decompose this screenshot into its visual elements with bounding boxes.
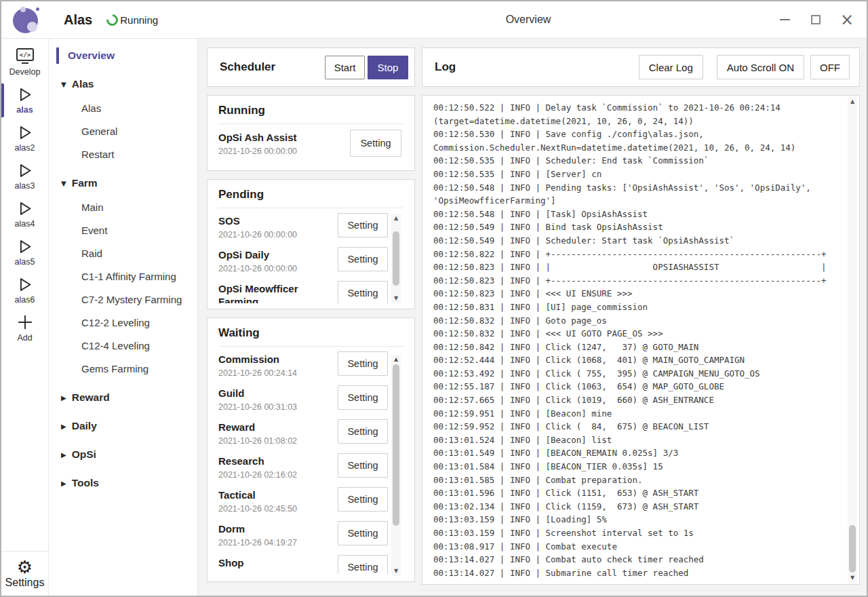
setting-button[interactable]: Setting bbox=[338, 247, 388, 271]
nav-item[interactable]: General bbox=[49, 120, 197, 143]
instance-rail: </> Develop alas bbox=[1, 39, 49, 596]
scroll-thumb[interactable] bbox=[393, 231, 399, 286]
log-line: 00:12:50.831 | INFO | [UI] page_commissi… bbox=[433, 301, 843, 314]
close-icon[interactable]: × bbox=[841, 14, 853, 26]
scheduler-column: Scheduler Start Stop Running OpSi Ash As… bbox=[198, 39, 422, 596]
rail-item-settings[interactable]: ⚙ Settings bbox=[1, 551, 48, 596]
play-triangle-icon bbox=[15, 161, 35, 180]
scroll-up-icon[interactable]: ▲ bbox=[391, 214, 401, 223]
nav-item-overview[interactable]: Overview bbox=[49, 44, 197, 67]
setting-button[interactable]: Setting bbox=[338, 453, 388, 478]
setting-button[interactable]: Setting bbox=[338, 351, 388, 376]
rail-item-instance[interactable]: alas5 bbox=[1, 234, 48, 271]
setting-button[interactable]: Setting bbox=[338, 213, 388, 237]
rail-item-instance[interactable]: alas2 bbox=[1, 120, 48, 157]
nav-item-label: Restart bbox=[81, 149, 114, 160]
scheduler-card: Scheduler Start Stop bbox=[207, 47, 415, 87]
autoscroll-off-button[interactable]: OFF bbox=[810, 55, 850, 79]
task-row: Shop Setting bbox=[218, 552, 403, 574]
stop-button[interactable]: Stop bbox=[368, 56, 408, 79]
nav-item-label: General bbox=[81, 126, 117, 137]
nav-item[interactable]: Gems Farming bbox=[49, 358, 197, 381]
log-line: 00:13:03.159 | INFO | Screenshot interva… bbox=[433, 526, 843, 540]
log-line: 00:12:53.492 | INFO | Click ( 755, 395) … bbox=[433, 367, 843, 381]
rail-item-develop[interactable]: </> Develop bbox=[1, 44, 48, 81]
pending-card: Pending SOS 2021-10-26 00:00:00 Setting bbox=[207, 179, 415, 309]
develop-monitor-icon: </> bbox=[15, 47, 35, 66]
task-name: Reward bbox=[218, 421, 332, 434]
rail-item-instance[interactable]: alas4 bbox=[1, 196, 48, 233]
setting-button[interactable]: Setting bbox=[338, 487, 388, 512]
nav-expand-arrow-icon: ▼ bbox=[61, 73, 66, 96]
nav-item[interactable]: C7-2 Mystery Farming bbox=[49, 288, 197, 311]
scheduler-title: Scheduler bbox=[220, 60, 325, 74]
setting-button[interactable]: Setting bbox=[350, 130, 401, 157]
rail-item-label: alas bbox=[16, 105, 33, 115]
start-button[interactable]: Start bbox=[325, 56, 365, 79]
running-card: Running OpSi Ash Assist 2021-10-26 00:00… bbox=[207, 95, 415, 171]
setting-button[interactable]: Setting bbox=[338, 385, 388, 410]
log-scrollbar[interactable]: ▲ ▼ bbox=[848, 97, 857, 583]
scroll-down-icon[interactable]: ▼ bbox=[391, 566, 401, 576]
running-spinner-icon bbox=[104, 12, 121, 28]
nav-item-label: C12-4 Leveling bbox=[81, 340, 150, 351]
minimize-icon[interactable] bbox=[778, 14, 791, 26]
nav-item[interactable]: Main bbox=[49, 196, 197, 219]
rail-item-instance[interactable]: alas3 bbox=[1, 158, 48, 195]
nav-item[interactable]: ▶OpSi bbox=[49, 443, 197, 466]
rail-item-instance[interactable]: alas bbox=[1, 82, 48, 119]
waiting-scrollbar[interactable]: ▲ ▼ bbox=[391, 355, 401, 576]
pending-scrollbar[interactable]: ▲ ▼ bbox=[391, 214, 401, 303]
nav-item-label: Main bbox=[81, 201, 104, 213]
setting-button[interactable]: Setting bbox=[338, 419, 388, 444]
nav-item[interactable]: ▶Reward bbox=[49, 386, 197, 409]
nav-item[interactable]: ▼Alas bbox=[49, 73, 197, 96]
setting-button[interactable]: Setting bbox=[338, 555, 388, 574]
setting-button[interactable]: Setting bbox=[338, 521, 388, 545]
log-line: 00:12:59.951 | INFO | [Beacon] mine bbox=[433, 407, 843, 421]
log-line: 00:12:57.665 | INFO | Click (1019, 660) … bbox=[433, 393, 843, 407]
svg-text:</>: </> bbox=[19, 52, 31, 58]
nav-item-list: ▼Alas Alas General Restart ▼ bbox=[49, 73, 197, 495]
task-name: OpSi Daily bbox=[218, 248, 332, 261]
log-line: 00:12:55.187 | INFO | Click (1063, 654) … bbox=[433, 380, 843, 393]
log-line: 00:12:50.522 | INFO | Delay task `Commis… bbox=[433, 101, 843, 115]
rail-item-label: alas4 bbox=[15, 219, 35, 229]
nav-item[interactable]: Raid bbox=[49, 242, 197, 265]
log-line: Commission.Scheduler.NextRun=datetime.da… bbox=[433, 141, 843, 155]
maximize-icon[interactable] bbox=[810, 14, 822, 26]
rail-item-add[interactable]: Add bbox=[1, 310, 48, 347]
log-header-card: Log Clear Log Auto Scroll ON OFF bbox=[422, 47, 860, 87]
log-line: 00:12:50.832 | INFO | <<< UI GOTO PAGE_O… bbox=[433, 327, 843, 341]
scroll-up-icon[interactable]: ▲ bbox=[848, 97, 857, 107]
nav-item[interactable]: C12-2 Leveling bbox=[49, 311, 197, 334]
log-line: 00:12:50.823 | INFO | <<< UI ENSURE >>> bbox=[433, 287, 843, 301]
nav-item[interactable]: ▼Farm bbox=[49, 172, 197, 195]
nav-item[interactable]: ▶Tools bbox=[49, 471, 197, 495]
nav-item[interactable]: C1-1 Affinity Farming bbox=[49, 265, 197, 288]
scroll-down-icon[interactable]: ▼ bbox=[391, 294, 401, 303]
nav-item[interactable]: Restart bbox=[49, 143, 197, 166]
nav-item[interactable]: C12-4 Leveling bbox=[49, 334, 197, 358]
nav-item-label: Gems Farming bbox=[81, 363, 149, 374]
nav-item[interactable]: ▶Daily bbox=[49, 415, 197, 438]
scroll-up-icon[interactable]: ▲ bbox=[391, 355, 401, 364]
task-time: 2021-10-26 02:45:50 bbox=[218, 504, 336, 514]
rail-item-label: Add bbox=[17, 333, 32, 343]
clear-log-button[interactable]: Clear Log bbox=[639, 55, 703, 79]
nav-item[interactable]: Alas bbox=[49, 97, 197, 120]
scroll-thumb[interactable] bbox=[393, 364, 399, 526]
task-time: 2021-10-26 00:24:14 bbox=[218, 368, 336, 378]
scroll-thumb[interactable] bbox=[849, 525, 856, 573]
autoscroll-on-button[interactable]: Auto Scroll ON bbox=[717, 55, 804, 79]
scroll-down-icon[interactable]: ▼ bbox=[848, 573, 857, 583]
rail-item-instance[interactable]: alas6 bbox=[1, 272, 48, 309]
setting-button[interactable]: Setting bbox=[338, 281, 388, 303]
task-row: OpSi Meowfficer Farming Setting bbox=[218, 278, 403, 303]
log-output: 00:12:50.522 | INFO | Delay task `Commis… bbox=[422, 95, 860, 585]
waiting-list: Commission 2021-10-26 00:24:14 Setting G… bbox=[218, 349, 403, 574]
log-line: (target=datetime.datetime(2021, 10, 26, … bbox=[433, 115, 843, 128]
nav-item[interactable]: Event bbox=[49, 219, 197, 242]
log-line: 00:13:01.584 | INFO | [BEACON_TIER 0.035… bbox=[433, 460, 843, 474]
log-line: 00:12:50.549 | INFO | Scheduler: Start t… bbox=[433, 234, 843, 248]
